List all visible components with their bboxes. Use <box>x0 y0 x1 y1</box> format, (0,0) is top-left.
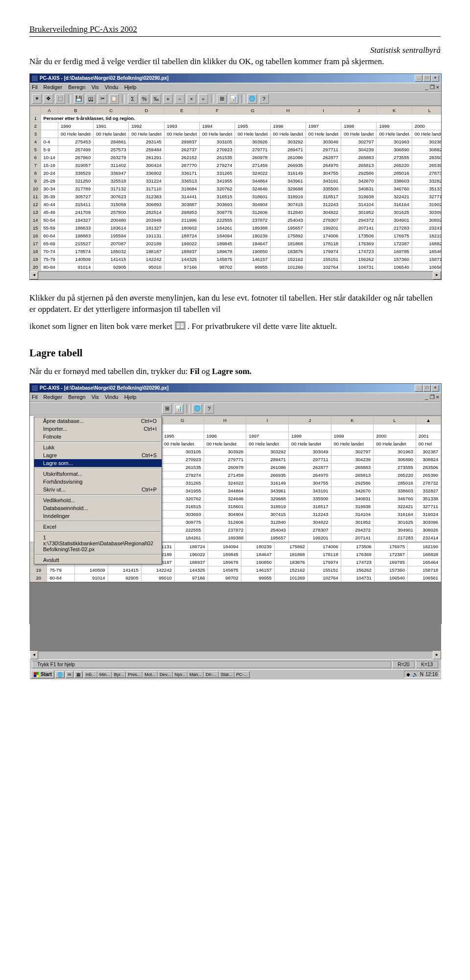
scrollbar-horizontal[interactable]: ◄► <box>30 271 441 280</box>
menu-item-fil[interactable]: Fil <box>32 84 38 91</box>
menu-item-rediger[interactable]: Rediger <box>44 84 63 91</box>
tray-icon[interactable]: ◆ <box>406 672 410 677</box>
minimize-button[interactable]: _ <box>415 385 423 392</box>
toolbar-button[interactable]: × <box>187 94 196 104</box>
mdi-minimize[interactable]: _ <box>425 394 428 400</box>
menu-item[interactable]: Inndelinger <box>34 512 162 520</box>
maximize-button[interactable]: □ <box>423 75 431 82</box>
close-button[interactable]: × <box>431 385 439 392</box>
menu-item-hjelp[interactable]: Hjelp <box>124 394 137 400</box>
statusbar: Trykk F1 for hjelp R=20 K=13 <box>30 659 441 669</box>
toolbar-button[interactable]: Σ <box>128 94 138 104</box>
file-menu-dropdown[interactable]: Åpne database...Ctrl+OImporter...Ctrl+IF… <box>34 417 162 564</box>
taskbar-app[interactable]: Man... <box>188 671 204 678</box>
menu-item-vis[interactable]: Vis <box>92 394 99 400</box>
toolbar-button[interactable]: 🕮 <box>86 94 95 104</box>
system-tray[interactable]: ◆ 🔊 N 12:16 <box>404 671 440 678</box>
menu-item[interactable]: Avslutt <box>34 556 162 564</box>
mdi-minimize[interactable]: _ <box>425 84 428 90</box>
menu-item[interactable]: Databaseinnhold... <box>34 504 162 512</box>
taskbar-app[interactable]: Nyv... <box>173 671 188 678</box>
toolbar-button[interactable]: 📊 <box>229 94 238 104</box>
toolbar-button[interactable]: 📋 <box>109 94 119 104</box>
mdi-close[interactable]: × <box>436 394 439 400</box>
toolbar-button[interactable]: ❖ <box>44 94 53 104</box>
ssb-label: Statistisk sentralbyrå <box>29 46 441 55</box>
mdi-restore[interactable]: ❐ <box>430 84 435 90</box>
menu-item-vindu[interactable]: Vindu <box>105 394 118 400</box>
taskbar-app[interactable]: PC-... <box>235 671 250 678</box>
menu-item[interactable]: Vedlikehold... <box>34 496 162 504</box>
toolbar-button[interactable]: 💾 <box>74 94 84 104</box>
quick-launch[interactable]: ✉ <box>66 671 73 678</box>
clock: 12:16 <box>425 672 438 677</box>
help-icon[interactable]: ? <box>204 404 214 414</box>
tray-icon[interactable]: 🔊 <box>412 672 418 677</box>
menu-item-beregn[interactable]: Beregn <box>68 394 85 400</box>
menu-item[interactable]: Forhåndsvisning <box>34 478 162 486</box>
toolbar-button[interactable]: + <box>163 94 173 104</box>
menu-item-vindu[interactable]: Vindu <box>105 84 118 91</box>
chart-icon[interactable]: 📊 <box>174 404 184 414</box>
taskbar-app[interactable]: Mot... <box>142 671 158 678</box>
quick-launch[interactable]: ▦ <box>74 671 83 678</box>
mdi-close[interactable]: × <box>436 84 439 90</box>
start-button[interactable]: Start <box>31 671 54 678</box>
grid-icon[interactable]: ⊞ <box>162 404 172 414</box>
menu-item[interactable]: LagreCtrl+S <box>34 451 162 459</box>
screenshot-pcaxis-table: PC-AXIS - [d:\Database\Norge\02 Befolkni… <box>29 73 442 280</box>
menu-item-hjelp[interactable]: Hjelp <box>124 84 137 91</box>
tray-icon[interactable]: N <box>420 672 423 677</box>
taskbar: Start 🌐 ✉ ▦ Inb...Min...Byr...Pres...Mot… <box>30 669 441 679</box>
taskbar-app[interactable]: Byr... <box>112 671 126 678</box>
toolbar-button[interactable]: ⊞ <box>217 94 227 104</box>
taskbar-app[interactable]: Stat... <box>219 671 235 678</box>
p2b-post: . For privatbrukere vil dette være lite … <box>188 322 337 331</box>
toolbar: ✶❖⬚💾🕮✂📋Σ%‰+−×÷⊞📊🌐? <box>30 92 441 106</box>
taskbar-app[interactable]: Inb... <box>84 671 97 678</box>
menu-item-rediger[interactable]: Rediger <box>44 394 63 400</box>
menu-item[interactable]: Utskriftsformat... <box>34 470 162 478</box>
close-button[interactable]: × <box>431 75 439 82</box>
grid-partial: GHIJKL▲199519961997199819992000200100 He… <box>161 416 441 542</box>
toolbar-button[interactable]: ? <box>259 94 269 104</box>
minimize-button[interactable]: _ <box>415 75 423 82</box>
taskbar-app[interactable]: Pres... <box>126 671 142 678</box>
menu-item[interactable]: Åpne database...Ctrl+O <box>34 417 162 425</box>
toolbar-button[interactable]: ⬚ <box>55 94 65 104</box>
quick-launch[interactable]: 🌐 <box>55 671 65 678</box>
mdi-restore[interactable]: ❐ <box>430 394 435 400</box>
paragraph-2b: ikonet som ligner en liten bok være merk… <box>29 321 441 333</box>
menu-item[interactable]: Lukk <box>34 443 162 451</box>
maximize-button[interactable]: □ <box>423 385 431 392</box>
menu-item[interactable]: Skriv ut...Ctrl+P <box>34 486 162 493</box>
titlebar: PC-AXIS - [d:\Database\Norge\02 Befolkni… <box>30 384 441 393</box>
status-r: R=20 <box>392 661 415 668</box>
window-title: PC-AXIS - [d:\Database\Norge\02 Befolkni… <box>40 75 168 81</box>
menu-item-beregn[interactable]: Beregn <box>68 84 85 91</box>
toolbar-button[interactable]: ✂ <box>97 94 107 104</box>
toolbar-button[interactable]: 🌐 <box>247 94 257 104</box>
menu-item[interactable]: 1 x:\730\Statistikkbanken\Database\Regio… <box>34 534 162 553</box>
app-icon <box>32 75 38 81</box>
menu-item[interactable]: Fotnote <box>34 433 162 441</box>
scrollbar-horizontal[interactable]: ◄► <box>30 651 441 659</box>
menu-item[interactable]: Excel <box>34 523 162 531</box>
taskbar-app[interactable]: Dev... <box>158 671 173 678</box>
taskbar-app[interactable]: Min... <box>97 671 112 678</box>
paragraph-2a: Klikker du på stjernen på den øverste me… <box>29 293 441 315</box>
menu-item-fil[interactable]: Fil <box>32 394 38 400</box>
globe-icon[interactable]: 🌐 <box>192 404 202 414</box>
toolbar-partial: ⊞ 📊 🌐 ? <box>30 402 441 416</box>
toolbar-button[interactable]: ‰ <box>151 94 161 104</box>
status-k: K=13 <box>416 661 438 668</box>
menu-item[interactable]: Importer...Ctrl+I <box>34 425 162 433</box>
toolbar-button[interactable]: ✶ <box>32 94 42 104</box>
menu-item[interactable]: Lagre som... <box>34 459 162 467</box>
page-header: Brukerveiledning PC-Axis 2002 <box>29 24 441 34</box>
taskbar-app[interactable]: DK-... <box>204 671 219 678</box>
toolbar-button[interactable]: ÷ <box>198 94 208 104</box>
toolbar-button[interactable]: % <box>140 94 149 104</box>
toolbar-button[interactable]: − <box>175 94 185 104</box>
menu-item-vis[interactable]: Vis <box>92 84 99 91</box>
